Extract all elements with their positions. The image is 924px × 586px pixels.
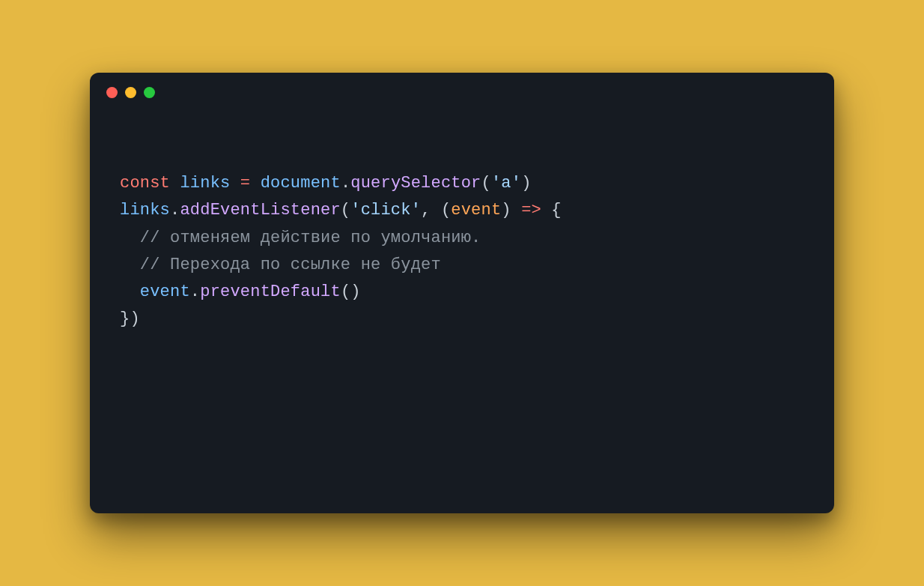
editor-window: const links = document.querySelector('a'…: [90, 73, 834, 513]
code-line: // Перехода по ссылке не будет: [120, 252, 804, 279]
maximize-icon[interactable]: [144, 87, 155, 98]
token-object: document: [261, 174, 341, 193]
token-punct: (: [481, 174, 491, 193]
minimize-icon[interactable]: [125, 87, 136, 98]
token-identifier: links: [180, 174, 230, 193]
token-punct: .: [190, 283, 200, 301]
code-area: const links = document.querySelector('a'…: [90, 112, 834, 513]
token-comment: // отменяем действие по умолчанию.: [140, 229, 481, 247]
token-punct: ,: [421, 201, 441, 220]
token-keyword: const: [120, 174, 170, 193]
token-punct: ): [521, 174, 531, 193]
code-line: // отменяем действие по умолчанию.: [120, 225, 804, 252]
token-punct: (: [441, 201, 451, 220]
token-function: addEventListener: [180, 201, 340, 220]
token-arrow: =>: [521, 201, 541, 220]
token-object: event: [140, 283, 190, 301]
token-param: event: [451, 201, 501, 220]
token-punct: (: [341, 201, 350, 220]
token-punct: .: [170, 201, 180, 220]
code-line: links.addEventListener('click', (event) …: [120, 197, 804, 224]
code-line: const links = document.querySelector('a'…: [120, 170, 804, 197]
code-line: event.preventDefault(): [120, 279, 804, 306]
token-punct: }): [120, 309, 140, 328]
token-punct: .: [341, 174, 350, 193]
token-punct: {: [551, 201, 561, 220]
window-titlebar: [90, 73, 834, 112]
token-string: 'click': [350, 201, 421, 220]
token-punct: ): [501, 201, 511, 220]
code-line: }): [120, 306, 804, 333]
token-object: links: [120, 201, 170, 220]
close-icon[interactable]: [106, 87, 118, 98]
token-punct: (): [341, 283, 361, 301]
token-operator: =: [240, 174, 250, 193]
token-function: querySelector: [350, 174, 481, 193]
token-string: 'a': [491, 174, 521, 193]
token-comment: // Перехода по ссылке не будет: [140, 256, 441, 274]
token-function: preventDefault: [200, 283, 341, 301]
